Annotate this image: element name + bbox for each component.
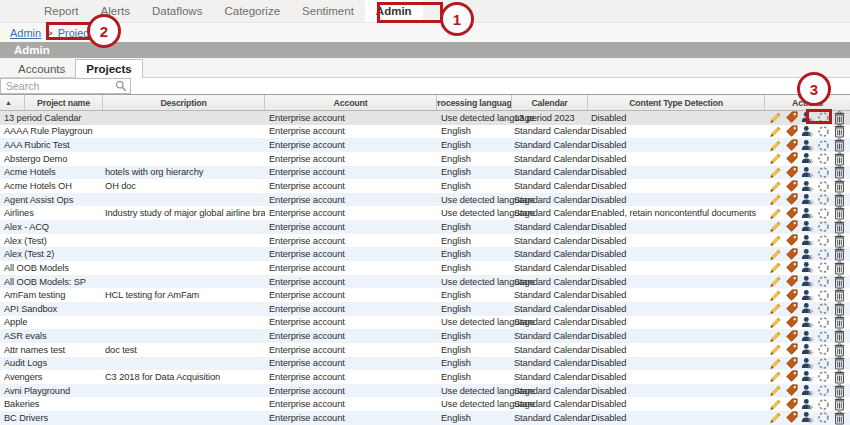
- edit-pencil-icon[interactable]: [769, 111, 782, 124]
- user-permissions-icon[interactable]: [801, 248, 814, 261]
- table-row[interactable]: AppleEnterprise accountUse detected lang…: [0, 316, 850, 330]
- edit-pencil-icon[interactable]: [769, 248, 782, 261]
- table-row[interactable]: Agent Assist OpsEnterprise accountUse de…: [0, 193, 850, 207]
- edit-pencil-icon[interactable]: [769, 398, 782, 411]
- refresh-icon[interactable]: [817, 152, 830, 165]
- refresh-icon[interactable]: [817, 261, 830, 274]
- edit-pencil-icon[interactable]: [769, 180, 782, 193]
- refresh-icon[interactable]: [817, 207, 830, 220]
- tag-icon[interactable]: [785, 357, 798, 370]
- user-permissions-icon[interactable]: [801, 302, 814, 315]
- trash-icon[interactable]: [833, 384, 846, 397]
- trash-icon[interactable]: [833, 248, 846, 261]
- refresh-icon[interactable]: [817, 289, 830, 302]
- edit-pencil-icon[interactable]: [769, 330, 782, 343]
- refresh-icon[interactable]: [817, 330, 830, 343]
- refresh-icon[interactable]: [817, 234, 830, 247]
- user-permissions-icon[interactable]: [801, 152, 814, 165]
- trash-icon[interactable]: [833, 398, 846, 411]
- user-permissions-icon[interactable]: [801, 166, 814, 179]
- table-row[interactable]: Abstergo DemoEnterprise accountEnglishSt…: [0, 152, 850, 166]
- trash-icon[interactable]: [833, 370, 846, 383]
- tag-icon[interactable]: [785, 139, 798, 152]
- nav-item-categorize[interactable]: Categorize: [213, 0, 291, 22]
- tag-icon[interactable]: [785, 207, 798, 220]
- trash-icon[interactable]: [833, 316, 846, 329]
- column-header-calendar[interactable]: Calendar: [512, 95, 588, 110]
- edit-pencil-icon[interactable]: [769, 302, 782, 315]
- tag-icon[interactable]: [785, 384, 798, 397]
- refresh-icon[interactable]: [817, 275, 830, 288]
- trash-icon[interactable]: [833, 330, 846, 343]
- user-permissions-icon[interactable]: [801, 411, 814, 424]
- edit-pencil-icon[interactable]: [769, 275, 782, 288]
- edit-pencil-icon[interactable]: [769, 166, 782, 179]
- edit-pencil-icon[interactable]: [769, 139, 782, 152]
- refresh-icon[interactable]: [817, 411, 830, 424]
- user-permissions-icon[interactable]: [801, 316, 814, 329]
- tag-icon[interactable]: [785, 220, 798, 233]
- trash-icon[interactable]: [833, 234, 846, 247]
- tag-icon[interactable]: [785, 370, 798, 383]
- table-row[interactable]: Alex - ACQEnterprise accountEnglishStand…: [0, 220, 850, 234]
- refresh-icon[interactable]: [817, 248, 830, 261]
- table-row[interactable]: AAA Rubric TestEnterprise accountEnglish…: [0, 138, 850, 152]
- trash-icon[interactable]: [833, 302, 846, 315]
- user-permissions-icon[interactable]: [801, 139, 814, 152]
- table-row[interactable]: Alex (Test)Enterprise accountEnglishStan…: [0, 234, 850, 248]
- tag-icon[interactable]: [785, 166, 798, 179]
- edit-pencil-icon[interactable]: [769, 234, 782, 247]
- edit-pencil-icon[interactable]: [769, 220, 782, 233]
- tag-icon[interactable]: [785, 152, 798, 165]
- trash-icon[interactable]: [833, 275, 846, 288]
- user-permissions-icon[interactable]: [801, 384, 814, 397]
- user-permissions-icon[interactable]: [801, 261, 814, 274]
- tag-icon[interactable]: [785, 411, 798, 424]
- tab-accounts[interactable]: Accounts: [8, 60, 75, 77]
- refresh-icon[interactable]: [817, 125, 830, 138]
- user-permissions-icon[interactable]: [801, 193, 814, 206]
- edit-pencil-icon[interactable]: [769, 125, 782, 138]
- trash-icon[interactable]: [833, 193, 846, 206]
- breadcrumb-link-admin[interactable]: Admin: [10, 27, 41, 39]
- trash-icon[interactable]: [833, 180, 846, 193]
- trash-icon[interactable]: [833, 111, 846, 124]
- table-row[interactable]: Acme Hotels OHOH docEnterprise accountEn…: [0, 179, 850, 193]
- edit-pencil-icon[interactable]: [769, 370, 782, 383]
- table-row[interactable]: Audit LogsEnterprise accountEnglishStand…: [0, 357, 850, 371]
- trash-icon[interactable]: [833, 152, 846, 165]
- user-permissions-icon[interactable]: [801, 180, 814, 193]
- refresh-icon[interactable]: [817, 302, 830, 315]
- trash-icon[interactable]: [833, 139, 846, 152]
- edit-pencil-icon[interactable]: [769, 193, 782, 206]
- table-row[interactable]: AAAA Rule PlaygrounEnterprise accountEng…: [0, 125, 850, 139]
- column-header-description[interactable]: Description: [103, 95, 265, 110]
- user-permissions-icon[interactable]: [801, 343, 814, 356]
- user-permissions-icon[interactable]: [801, 330, 814, 343]
- tab-projects[interactable]: Projects: [75, 59, 142, 78]
- user-permissions-icon[interactable]: [801, 370, 814, 383]
- user-permissions-icon[interactable]: [801, 220, 814, 233]
- edit-pencil-icon[interactable]: [769, 343, 782, 356]
- tag-icon[interactable]: [785, 316, 798, 329]
- user-permissions-icon[interactable]: [801, 234, 814, 247]
- trash-icon[interactable]: [833, 411, 846, 424]
- refresh-icon[interactable]: [817, 370, 830, 383]
- nav-item-report[interactable]: Report: [33, 0, 90, 22]
- tag-icon[interactable]: [785, 343, 798, 356]
- refresh-icon[interactable]: [817, 166, 830, 179]
- trash-icon[interactable]: [833, 207, 846, 220]
- tag-icon[interactable]: [785, 125, 798, 138]
- edit-pencil-icon[interactable]: [769, 152, 782, 165]
- table-row[interactable]: API SandboxEnterprise accountEnglishStan…: [0, 302, 850, 316]
- nav-item-sentiment[interactable]: Sentiment: [291, 0, 365, 22]
- edit-pencil-icon[interactable]: [769, 411, 782, 424]
- tag-icon[interactable]: [785, 111, 798, 124]
- edit-pencil-icon[interactable]: [769, 261, 782, 274]
- edit-pencil-icon[interactable]: [769, 316, 782, 329]
- column-header-project-name[interactable]: Project name: [25, 95, 103, 110]
- edit-pencil-icon[interactable]: [769, 207, 782, 220]
- table-row[interactable]: BakeriesEnterprise accountUse detected l…: [0, 397, 850, 411]
- tag-icon[interactable]: [785, 248, 798, 261]
- tag-icon[interactable]: [785, 180, 798, 193]
